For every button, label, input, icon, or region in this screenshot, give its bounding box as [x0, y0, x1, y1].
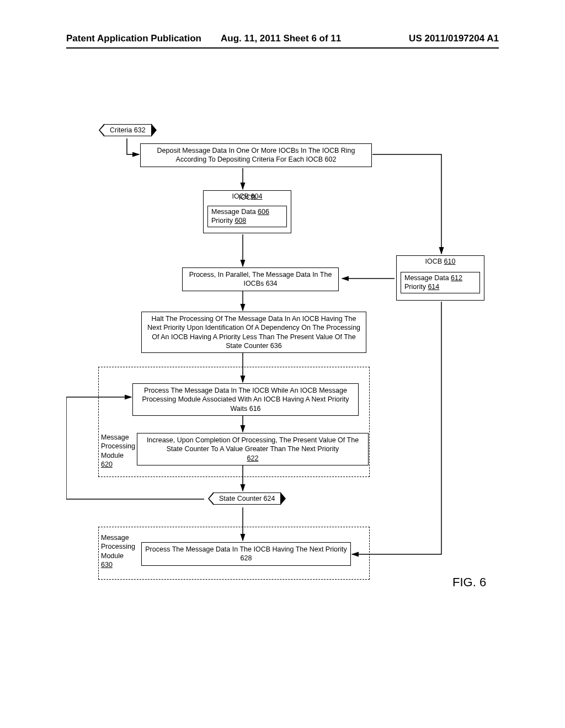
process-parallel-text: Process, In Parallel, The Message Data I… [189, 271, 332, 287]
deposit-box: Deposit Message Data In One Or More IOCB… [140, 143, 372, 167]
module-630-label: MessageProcessingModule630 [101, 533, 135, 569]
deposit-text: Deposit Message Data In One Or More IOCB… [157, 147, 355, 163]
page-header: Patent Application Publication Aug. 11, … [66, 45, 499, 49]
iocb604-inner: Message Data 606 Priority 608 [207, 206, 287, 227]
halt-text: Halt The Processing Of The Message Data … [147, 315, 360, 350]
process-parallel-box: Process, In Parallel, The Message Data I… [182, 267, 339, 291]
figure-label: FIG. 6 [452, 575, 486, 590]
criteria-label: Criteria 632 [110, 126, 146, 134]
halt-box: Halt The Processing Of The Message Data … [141, 312, 366, 353]
increase-num: 622 [247, 454, 259, 462]
iocb604-titlewrap: IOCB 604 [203, 190, 291, 200]
iocb610-titlewrap: IOCB 610 [396, 255, 484, 265]
flowchart-diagram: Criteria 632 Deposit Message Data In One… [66, 124, 499, 604]
header-left: Patent Application Publication [66, 33, 201, 44]
process-while-text: Process The Message Data In The IOCB Whi… [142, 387, 349, 413]
criteria-tag: Criteria 632 [104, 124, 152, 136]
state-counter-label: State Counter 624 [219, 495, 275, 502]
process-next-text: Process The Message Data In The IOCB Hav… [145, 545, 347, 562]
page: Patent Application Publication Aug. 11, … [0, 0, 565, 728]
increase-text: Increase, Upon Completion Of Processing,… [147, 436, 359, 453]
header-middle: Aug. 11, 2011 Sheet 6 of 11 [221, 33, 341, 44]
process-next-box: Process The Message Data In The IOCB Hav… [141, 542, 351, 566]
process-while-box: Process The Message Data In The IOCB Whi… [132, 383, 359, 416]
increase-box: Increase, Upon Completion Of Processing,… [137, 433, 369, 465]
header-right: US 2011/0197204 A1 [409, 33, 499, 44]
state-counter-tag: State Counter 624 [213, 493, 281, 505]
module-620-label: MessageProcessingModule620 [101, 433, 135, 469]
iocb610-inner: Message Data 612 Priority 614 [401, 272, 480, 293]
